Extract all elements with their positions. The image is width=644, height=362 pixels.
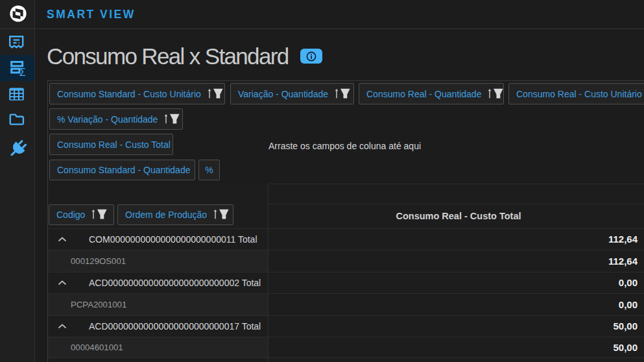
svg-text:Σ: Σ xyxy=(19,67,26,78)
